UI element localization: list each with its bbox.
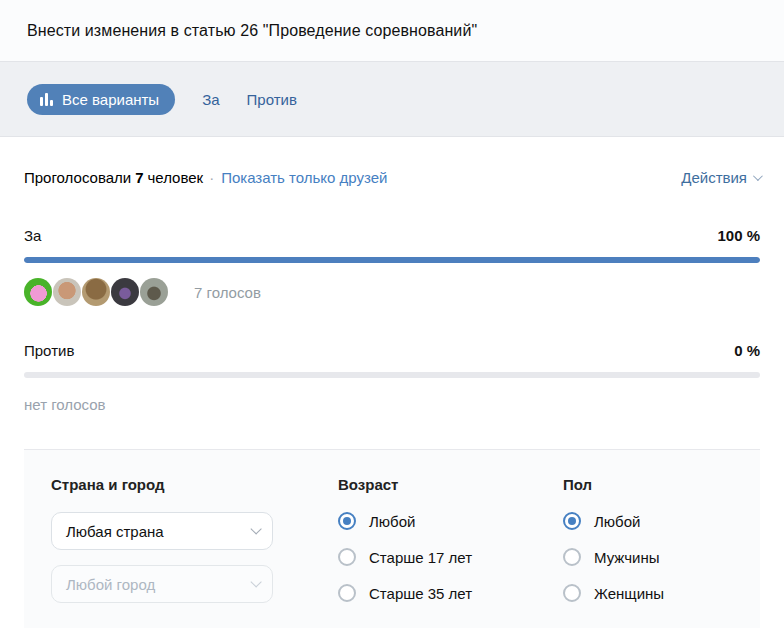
- filter-header-country-city: Страна и город: [51, 476, 338, 493]
- chevron-down-icon: [250, 523, 261, 534]
- voters-row: 7 голосов: [24, 277, 760, 307]
- radio-label: Мужчины: [594, 549, 659, 566]
- radio-icon: [338, 512, 356, 530]
- gender-radio-women[interactable]: Женщины: [563, 584, 736, 602]
- city-select-placeholder: Любой город: [66, 576, 155, 593]
- radio-label: Любой: [369, 513, 415, 530]
- age-radio-any[interactable]: Любой: [338, 512, 563, 530]
- option-label: Против: [24, 342, 74, 359]
- actions-dropdown-button[interactable]: Действия: [681, 169, 760, 186]
- filter-age: Возраст Любой Старше 17 лет Старше 35 ле…: [338, 476, 563, 628]
- radio-icon: [563, 512, 581, 530]
- option-percent: 0 %: [734, 342, 760, 359]
- results-tab-bar: Все варианты За Против: [0, 61, 784, 137]
- radio-label: Старше 17 лет: [369, 549, 472, 566]
- tab-all-options[interactable]: Все варианты: [27, 84, 175, 115]
- filters-section: Страна и город Любая страна Любой город …: [24, 449, 760, 628]
- voted-suffix: человек: [148, 169, 204, 186]
- voter-avatar[interactable]: [82, 278, 110, 306]
- city-select: Любой город: [51, 565, 273, 603]
- progress-bar-for: [24, 257, 760, 263]
- filter-header-gender: Пол: [563, 476, 736, 493]
- age-radio-over-17[interactable]: Старше 17 лет: [338, 548, 563, 566]
- country-select[interactable]: Любая страна: [51, 512, 273, 550]
- tab-all-options-label: Все варианты: [62, 91, 159, 108]
- dot-separator: ·: [209, 169, 214, 186]
- tab-against[interactable]: Против: [247, 91, 297, 108]
- actions-label: Действия: [681, 169, 747, 186]
- voter-avatars: [24, 278, 169, 306]
- voter-avatar[interactable]: [24, 278, 52, 306]
- radio-label: Любой: [594, 513, 640, 530]
- poll-title-section: Внести изменения в статью 26 "Проведение…: [0, 0, 784, 61]
- option-label: За: [24, 227, 41, 244]
- radio-icon: [338, 584, 356, 602]
- option-percent: 100 %: [717, 227, 760, 244]
- radio-icon: [563, 584, 581, 602]
- filter-gender: Пол Любой Мужчины Женщины: [563, 476, 736, 628]
- option-row-against: Против 0 %: [24, 342, 760, 359]
- voted-count: 7: [135, 169, 143, 186]
- voter-avatar[interactable]: [140, 278, 168, 306]
- radio-icon: [338, 548, 356, 566]
- progress-bar-fill: [24, 257, 760, 263]
- voter-avatar[interactable]: [111, 278, 139, 306]
- bar-chart-icon: [40, 93, 53, 106]
- radio-icon: [563, 548, 581, 566]
- meta-row: Проголосовали 7 человек · Показать тольк…: [24, 169, 760, 186]
- chevron-down-icon: [753, 171, 763, 181]
- radio-label: Старше 35 лет: [369, 585, 472, 602]
- poll-results-panel: Проголосовали 7 человек · Показать тольк…: [0, 137, 784, 628]
- chevron-down-icon: [250, 576, 261, 587]
- voted-summary: Проголосовали 7 человек · Показать тольк…: [24, 169, 387, 186]
- radio-label: Женщины: [594, 585, 664, 602]
- tab-for[interactable]: За: [202, 91, 219, 108]
- option-row-for: За 100 %: [24, 227, 760, 244]
- gender-radio-any[interactable]: Любой: [563, 512, 736, 530]
- filter-header-age: Возраст: [338, 476, 563, 493]
- age-radio-over-35[interactable]: Старше 35 лет: [338, 584, 563, 602]
- votes-count-text: 7 голосов: [194, 284, 261, 301]
- country-select-value: Любая страна: [66, 523, 164, 540]
- gender-radio-men[interactable]: Мужчины: [563, 548, 736, 566]
- filter-country-city: Страна и город Любая страна Любой город: [51, 476, 338, 628]
- no-votes-text: нет голосов: [24, 396, 760, 413]
- voter-avatar[interactable]: [53, 278, 81, 306]
- voted-prefix: Проголосовали: [24, 169, 131, 186]
- show-friends-link[interactable]: Показать только друзей: [221, 169, 387, 186]
- poll-title: Внести изменения в статью 26 "Проведение…: [27, 22, 477, 40]
- progress-bar-against: [24, 372, 760, 378]
